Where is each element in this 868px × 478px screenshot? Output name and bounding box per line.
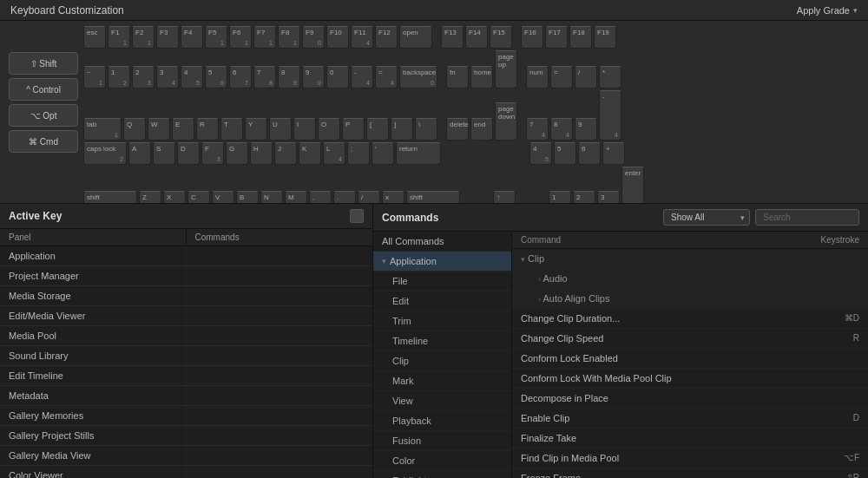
key-f6[interactable]: F61	[229, 26, 252, 49]
key-num3[interactable]: 3	[597, 191, 620, 203]
active-key-row[interactable]: Gallery Media View	[0, 446, 372, 466]
key-x2[interactable]: x1	[382, 191, 404, 203]
active-key-row[interactable]: Application	[0, 246, 372, 266]
key-8[interactable]: 89	[278, 66, 300, 88]
key-p[interactable]: P	[342, 118, 365, 141]
opt-key[interactable]: ⌥ Opt	[9, 104, 78, 127]
key-numplus[interactable]: +	[602, 142, 625, 165]
key-j[interactable]: J	[274, 142, 297, 165]
active-key-row[interactable]: Edit/Media Viewer	[0, 306, 372, 326]
cmd-all-commands[interactable]: All Commands	[373, 232, 511, 252]
key-numeq[interactable]: =	[550, 66, 573, 88]
key-i[interactable]: I	[293, 118, 316, 141]
key-arrow-up[interactable]: ↑1	[493, 191, 516, 203]
key-4[interactable]: 45	[181, 66, 203, 88]
active-key-row[interactable]: Gallery Memories	[0, 406, 372, 426]
key-f16[interactable]: F16	[521, 26, 543, 49]
active-key-row[interactable]: Metadata	[0, 386, 372, 406]
key-v[interactable]: V	[212, 191, 234, 203]
key-shift-l[interactable]: shift	[83, 191, 137, 203]
key-num7[interactable]: 74	[526, 118, 549, 141]
cmd-item-row[interactable]: Conform Lock With Media Pool Clip	[512, 369, 868, 389]
key-u[interactable]: U	[269, 118, 292, 141]
active-key-row[interactable]: Project Manager	[0, 266, 372, 286]
key-n[interactable]: N	[260, 191, 283, 203]
cmd-sub-fairlight[interactable]: Fairlight	[373, 471, 511, 478]
key-fn[interactable]: fn	[446, 66, 469, 88]
key-numminus[interactable]: -4	[599, 90, 621, 141]
cmd-sub-mark[interactable]: Mark	[373, 371, 511, 391]
key-o[interactable]: O	[318, 118, 340, 141]
key-tilde[interactable]: ~1	[83, 66, 106, 88]
key-f5[interactable]: F51	[205, 26, 227, 49]
key-m[interactable]: M	[285, 191, 307, 203]
key-5[interactable]: 56	[205, 66, 227, 88]
key-minus[interactable]: -4	[351, 66, 373, 88]
cmd-sub-file[interactable]: File	[373, 272, 511, 291]
apply-grade-button[interactable]: Apply Grade ▾	[797, 5, 858, 16]
active-key-row[interactable]: Gallery Project Stills	[0, 426, 372, 446]
key-shift-r[interactable]: shift	[406, 191, 460, 203]
key-rbracket[interactable]: ]	[391, 118, 413, 141]
key-f7[interactable]: F71	[253, 26, 276, 49]
key-f2[interactable]: F21	[132, 26, 155, 49]
key-0[interactable]: 0	[326, 66, 349, 88]
key-s[interactable]: S	[153, 142, 175, 165]
key-pageup[interactable]: page up	[495, 50, 517, 88]
key-f11[interactable]: F114	[351, 26, 373, 49]
key-f10[interactable]: F10	[326, 26, 349, 49]
key-num[interactable]: num	[526, 66, 549, 88]
active-key-row[interactable]: Media Storage	[0, 286, 372, 306]
cmd-sub-view[interactable]: View	[373, 391, 511, 411]
cmd-sub-color[interactable]: Color	[373, 451, 511, 471]
key-d[interactable]: D	[177, 142, 200, 165]
active-key-row[interactable]: Edit Timeline	[0, 366, 372, 386]
key-k[interactable]: K	[299, 142, 321, 165]
key-e[interactable]: E	[172, 118, 194, 141]
cmd-group-application[interactable]: ▾Application	[373, 252, 511, 272]
key-f1[interactable]: F11	[108, 26, 130, 49]
cmd-sub-trim[interactable]: Trim	[373, 311, 511, 331]
key-f17[interactable]: F17	[545, 26, 568, 49]
cmd-group-row[interactable]: ▾ Clip	[512, 249, 868, 269]
key-7[interactable]: 78	[253, 66, 276, 88]
key-c[interactable]: C	[187, 191, 210, 203]
key-tab[interactable]: tab1	[83, 118, 122, 141]
key-backspace[interactable]: backspace0	[399, 66, 437, 88]
key-f13[interactable]: F13	[441, 26, 464, 49]
key-a[interactable]: A	[128, 142, 151, 165]
cmd-sub-clip[interactable]: Clip	[373, 351, 511, 371]
key-z[interactable]: Z	[139, 191, 161, 203]
cmd-item-row[interactable]: Enable Clip D	[512, 409, 868, 429]
key-num4[interactable]: 45	[529, 142, 552, 165]
key-equals[interactable]: =4	[375, 66, 398, 88]
key-6[interactable]: 67	[229, 66, 252, 88]
cmd-item-row[interactable]: Freeze Frame ⇧R	[512, 468, 868, 478]
cmd-sub-edit[interactable]: Edit	[373, 291, 511, 311]
key-num1[interactable]: 12	[549, 191, 571, 203]
key-f[interactable]: F3	[201, 142, 224, 165]
key-capslock[interactable]: caps lock2	[83, 142, 127, 165]
key-numenter[interactable]: enter	[621, 167, 644, 203]
key-num6[interactable]: 6	[578, 142, 601, 165]
key-quote[interactable]: '	[372, 142, 394, 165]
key-f15[interactable]: F15	[490, 26, 512, 49]
cmd-item-row[interactable]: Change Clip Speed R	[512, 329, 868, 349]
key-f9[interactable]: F90	[302, 26, 325, 49]
cmd-item-row[interactable]: Decompose in Place	[512, 389, 868, 409]
key-esc[interactable]: esc	[83, 26, 106, 49]
key-num8[interactable]: 84	[550, 118, 573, 141]
key-2[interactable]: 23	[132, 66, 155, 88]
key-b[interactable]: B	[236, 191, 259, 203]
key-f8[interactable]: F81	[278, 26, 300, 49]
show-all-select[interactable]: Show AllShow AssignedShow Unassigned	[663, 209, 750, 226]
active-key-row[interactable]: Media Pool	[0, 326, 372, 346]
key-l[interactable]: L4	[323, 142, 345, 165]
key-f4[interactable]: F4	[181, 26, 203, 49]
key-f14[interactable]: F14	[465, 26, 488, 49]
key-x[interactable]: X	[163, 191, 186, 203]
active-key-clear-button[interactable]	[350, 209, 364, 223]
key-numdiv[interactable]: /	[575, 66, 597, 88]
shift-key[interactable]: ⇧ Shift	[9, 52, 78, 75]
key-3[interactable]: 34	[156, 66, 179, 88]
